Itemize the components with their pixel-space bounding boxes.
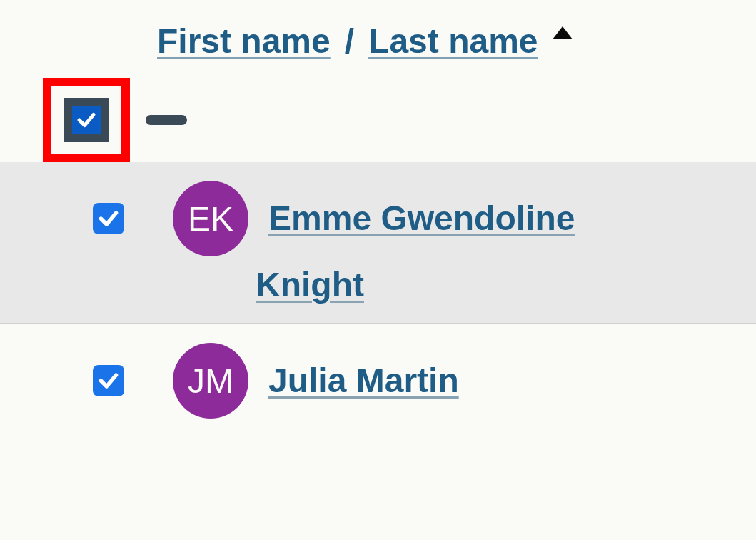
user-name-link[interactable]: Julia Martin <box>268 361 459 399</box>
checkmark-icon <box>97 207 120 230</box>
svg-marker-0 <box>553 26 573 39</box>
collapse-handle[interactable] <box>146 115 187 125</box>
sort-first-name-link[interactable]: First name <box>157 21 331 61</box>
select-all-checkbox[interactable] <box>64 98 109 142</box>
user-table: First name / Last name <box>0 21 756 162</box>
user-name-link[interactable]: Emme Gwendoline <box>268 199 575 237</box>
row-checkbox[interactable] <box>93 203 124 234</box>
highlight-annotation <box>43 78 130 162</box>
table-row: EK Emme Gwendoline Knight <box>0 162 756 324</box>
avatar-initials: EK <box>188 199 233 239</box>
column-headers: First name / Last name <box>50 21 713 61</box>
user-name: Emme Gwendoline <box>268 191 575 246</box>
sort-ascending-icon <box>553 21 573 44</box>
user-name-link[interactable]: Knight <box>256 266 364 304</box>
row-checkbox[interactable] <box>93 365 124 396</box>
checkmark-icon <box>97 369 120 392</box>
avatar: EK <box>173 181 248 256</box>
avatar-initials: JM <box>188 361 233 401</box>
checkmark-icon <box>76 109 97 131</box>
user-name: Julia Martin <box>268 354 459 409</box>
select-all-row <box>50 78 713 162</box>
user-name-continued: Knight <box>93 265 575 304</box>
table-row: JM Julia Martin <box>0 324 756 437</box>
avatar: JM <box>173 343 248 419</box>
sort-last-name-link[interactable]: Last name <box>368 21 538 61</box>
header-separator: / <box>339 21 360 61</box>
